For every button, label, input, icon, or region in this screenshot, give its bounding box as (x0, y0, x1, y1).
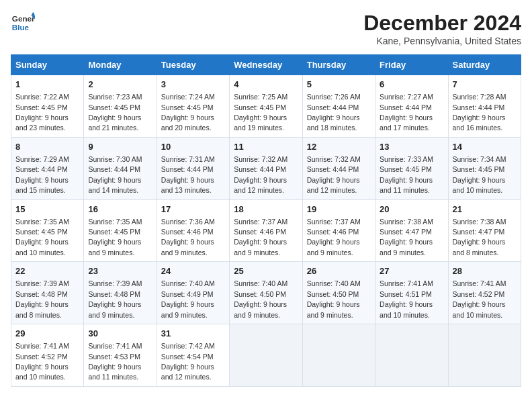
day-number: 22 (15, 265, 79, 277)
day-number: 28 (453, 265, 517, 277)
calendar-cell: 7Sunrise: 7:28 AMSunset: 4:44 PMDaylight… (448, 75, 521, 138)
col-header-tuesday: Tuesday (157, 55, 229, 75)
page-header: General Blue December 2024 Kane, Pennsyl… (11, 11, 521, 46)
calendar-cell: 29Sunrise: 7:41 AMSunset: 4:52 PMDayligh… (11, 324, 84, 387)
calendar-cell (230, 324, 302, 387)
day-info: Sunrise: 7:33 AMSunset: 4:45 PMDaylight:… (380, 155, 433, 194)
calendar-cell: 27Sunrise: 7:41 AMSunset: 4:51 PMDayligh… (375, 262, 448, 324)
day-number: 23 (88, 265, 152, 277)
calendar-cell: 8Sunrise: 7:29 AMSunset: 4:44 PMDaylight… (11, 137, 84, 199)
calendar-body: 1Sunrise: 7:22 AMSunset: 4:45 PMDaylight… (11, 75, 521, 387)
day-number: 18 (234, 203, 298, 216)
calendar-cell: 12Sunrise: 7:32 AMSunset: 4:44 PMDayligh… (302, 137, 375, 199)
calendar-cell: 9Sunrise: 7:30 AMSunset: 4:44 PMDaylight… (84, 137, 157, 199)
logo: General Blue (11, 11, 35, 35)
day-info: Sunrise: 7:36 AMSunset: 4:46 PMDaylight:… (161, 218, 215, 257)
calendar-cell: 21Sunrise: 7:38 AMSunset: 4:47 PMDayligh… (448, 199, 521, 262)
day-number: 31 (161, 328, 225, 340)
calendar-table: SundayMondayTuesdayWednesdayThursdayFrid… (11, 54, 521, 387)
day-number: 1 (15, 79, 79, 91)
calendar-cell: 19Sunrise: 7:37 AMSunset: 4:46 PMDayligh… (302, 199, 375, 262)
col-header-friday: Friday (375, 55, 448, 75)
day-info: Sunrise: 7:41 AMSunset: 4:53 PMDaylight:… (88, 342, 142, 381)
day-number: 7 (453, 79, 517, 91)
day-info: Sunrise: 7:32 AMSunset: 4:44 PMDaylight:… (234, 155, 287, 194)
day-number: 12 (307, 141, 371, 153)
day-number: 4 (234, 79, 298, 91)
calendar-cell: 10Sunrise: 7:31 AMSunset: 4:44 PMDayligh… (157, 137, 229, 199)
day-info: Sunrise: 7:42 AMSunset: 4:54 PMDaylight:… (161, 342, 215, 381)
day-info: Sunrise: 7:40 AMSunset: 4:50 PMDaylight:… (234, 279, 287, 318)
calendar-cell (375, 324, 448, 387)
calendar-cell (448, 324, 521, 387)
day-number: 29 (15, 328, 79, 340)
calendar-cell: 11Sunrise: 7:32 AMSunset: 4:44 PMDayligh… (230, 137, 302, 199)
day-number: 11 (234, 141, 298, 153)
day-number: 21 (453, 203, 517, 216)
calendar-cell: 22Sunrise: 7:39 AMSunset: 4:48 PMDayligh… (11, 262, 84, 324)
day-info: Sunrise: 7:37 AMSunset: 4:46 PMDaylight:… (234, 218, 287, 257)
logo-icon: General Blue (11, 11, 35, 35)
day-number: 10 (161, 141, 225, 153)
col-header-thursday: Thursday (302, 55, 375, 75)
calendar-cell: 25Sunrise: 7:40 AMSunset: 4:50 PMDayligh… (230, 262, 302, 324)
day-info: Sunrise: 7:30 AMSunset: 4:44 PMDaylight:… (88, 155, 142, 194)
day-number: 15 (15, 203, 79, 216)
day-number: 16 (88, 203, 152, 216)
day-info: Sunrise: 7:27 AMSunset: 4:44 PMDaylight:… (380, 93, 433, 132)
day-number: 9 (88, 141, 152, 153)
calendar-cell: 24Sunrise: 7:40 AMSunset: 4:49 PMDayligh… (157, 262, 229, 324)
day-info: Sunrise: 7:40 AMSunset: 4:50 PMDaylight:… (307, 279, 361, 318)
calendar-header-row: SundayMondayTuesdayWednesdayThursdayFrid… (11, 55, 521, 75)
calendar-cell: 26Sunrise: 7:40 AMSunset: 4:50 PMDayligh… (302, 262, 375, 324)
calendar-week-5: 29Sunrise: 7:41 AMSunset: 4:52 PMDayligh… (11, 324, 521, 387)
day-info: Sunrise: 7:39 AMSunset: 4:48 PMDaylight:… (88, 279, 142, 318)
col-header-sunday: Sunday (11, 55, 84, 75)
calendar-cell: 28Sunrise: 7:41 AMSunset: 4:52 PMDayligh… (448, 262, 521, 324)
day-info: Sunrise: 7:38 AMSunset: 4:47 PMDaylight:… (453, 218, 506, 257)
col-header-saturday: Saturday (448, 55, 521, 75)
day-number: 24 (161, 265, 225, 277)
calendar-cell: 2Sunrise: 7:23 AMSunset: 4:45 PMDaylight… (84, 75, 157, 138)
day-number: 2 (88, 79, 152, 91)
calendar-week-3: 15Sunrise: 7:35 AMSunset: 4:45 PMDayligh… (11, 199, 521, 262)
calendar-cell: 15Sunrise: 7:35 AMSunset: 4:45 PMDayligh… (11, 199, 84, 262)
calendar-cell: 3Sunrise: 7:24 AMSunset: 4:45 PMDaylight… (157, 75, 229, 138)
day-number: 20 (380, 203, 443, 216)
day-number: 14 (453, 141, 517, 153)
calendar-title: December 2024 (363, 11, 521, 36)
calendar-subtitle: Kane, Pennsylvania, United States (363, 36, 521, 46)
day-info: Sunrise: 7:41 AMSunset: 4:52 PMDaylight:… (453, 279, 506, 318)
calendar-cell: 4Sunrise: 7:25 AMSunset: 4:45 PMDaylight… (230, 75, 302, 138)
day-info: Sunrise: 7:34 AMSunset: 4:45 PMDaylight:… (453, 155, 506, 194)
calendar-cell: 6Sunrise: 7:27 AMSunset: 4:44 PMDaylight… (375, 75, 448, 138)
day-number: 26 (307, 265, 371, 277)
day-info: Sunrise: 7:41 AMSunset: 4:52 PMDaylight:… (15, 342, 69, 381)
calendar-cell: 18Sunrise: 7:37 AMSunset: 4:46 PMDayligh… (230, 199, 302, 262)
calendar-cell: 23Sunrise: 7:39 AMSunset: 4:48 PMDayligh… (84, 262, 157, 324)
calendar-cell: 30Sunrise: 7:41 AMSunset: 4:53 PMDayligh… (84, 324, 157, 387)
day-number: 13 (380, 141, 443, 153)
day-number: 27 (380, 265, 443, 277)
day-info: Sunrise: 7:31 AMSunset: 4:44 PMDaylight:… (161, 155, 215, 194)
day-info: Sunrise: 7:28 AMSunset: 4:44 PMDaylight:… (453, 93, 506, 132)
day-number: 25 (234, 265, 298, 277)
day-info: Sunrise: 7:35 AMSunset: 4:45 PMDaylight:… (15, 218, 69, 257)
day-number: 8 (15, 141, 79, 153)
day-info: Sunrise: 7:24 AMSunset: 4:45 PMDaylight:… (161, 93, 215, 132)
day-info: Sunrise: 7:39 AMSunset: 4:48 PMDaylight:… (15, 279, 69, 318)
day-number: 3 (161, 79, 225, 91)
day-info: Sunrise: 7:37 AMSunset: 4:46 PMDaylight:… (307, 218, 361, 257)
day-info: Sunrise: 7:40 AMSunset: 4:49 PMDaylight:… (161, 279, 215, 318)
calendar-week-2: 8Sunrise: 7:29 AMSunset: 4:44 PMDaylight… (11, 137, 521, 199)
calendar-cell: 17Sunrise: 7:36 AMSunset: 4:46 PMDayligh… (157, 199, 229, 262)
day-info: Sunrise: 7:35 AMSunset: 4:45 PMDaylight:… (88, 218, 142, 257)
svg-text:Blue: Blue (12, 23, 30, 32)
calendar-cell: 31Sunrise: 7:42 AMSunset: 4:54 PMDayligh… (157, 324, 229, 387)
calendar-cell: 14Sunrise: 7:34 AMSunset: 4:45 PMDayligh… (448, 137, 521, 199)
day-number: 30 (88, 328, 152, 340)
col-header-monday: Monday (84, 55, 157, 75)
day-number: 17 (161, 203, 225, 216)
day-info: Sunrise: 7:32 AMSunset: 4:44 PMDaylight:… (307, 155, 361, 194)
day-info: Sunrise: 7:23 AMSunset: 4:45 PMDaylight:… (88, 93, 142, 132)
